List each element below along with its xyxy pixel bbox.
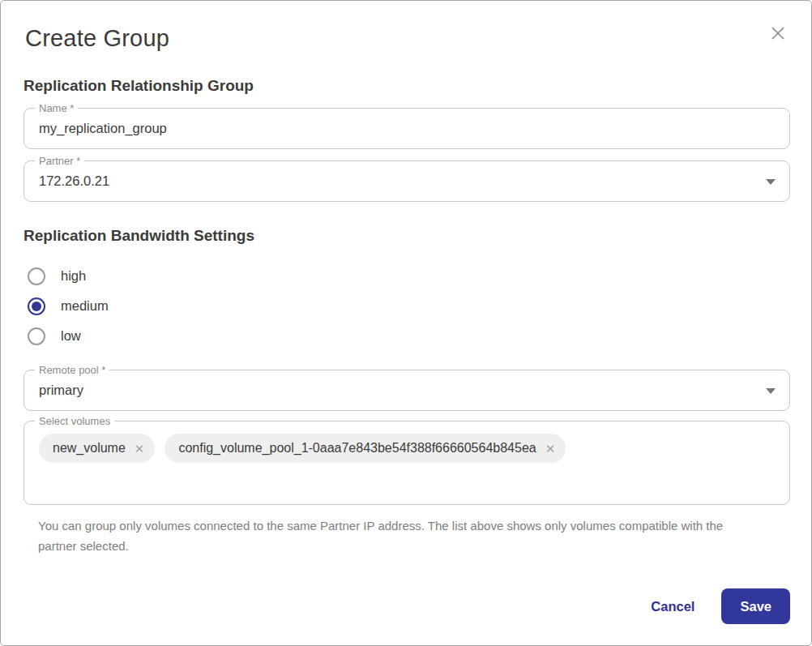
radio-option-low[interactable]: low	[28, 321, 788, 351]
radio-label: high	[61, 268, 86, 284]
name-field[interactable]: Name * my_replication_group	[24, 108, 790, 149]
selected-volumes-list: new_volume ✕ config_volume_pool_1-0aaa7e…	[24, 421, 789, 463]
radio-icon	[28, 267, 45, 285]
close-icon: ✕	[545, 442, 556, 456]
page-title: Create Group	[25, 25, 788, 52]
caret-down-icon	[766, 179, 776, 185]
cancel-button[interactable]: Cancel	[651, 599, 694, 614]
name-field-value: my_replication_group	[39, 109, 167, 148]
select-volumes-field[interactable]: Select volumes new_volume ✕ config_volum…	[24, 421, 790, 505]
radio-icon	[28, 297, 45, 315]
section-heading-bandwidth-settings: Replication Bandwidth Settings	[24, 227, 788, 245]
partner-select-value: 172.26.0.21	[39, 161, 109, 201]
remote-pool-select[interactable]: Remote pool * primary	[24, 370, 790, 411]
radio-label: low	[61, 328, 81, 344]
select-volumes-label: Select volumes	[35, 414, 114, 428]
dialog-actions: Cancel Save	[651, 588, 790, 624]
volume-chip: config_volume_pool_1-0aaa7e843be54f388f6…	[165, 434, 566, 463]
radio-icon	[28, 327, 45, 345]
volume-chip: new_volume ✕	[39, 434, 155, 463]
remote-pool-select-value: primary	[39, 370, 83, 410]
chip-remove-button[interactable]: ✕	[545, 443, 556, 455]
volume-chip-label: config_volume_pool_1-0aaa7e843be54f388f6…	[178, 441, 536, 456]
partner-select[interactable]: Partner * 172.26.0.21	[24, 160, 790, 202]
volume-chip-label: new_volume	[53, 441, 126, 456]
save-button[interactable]: Save	[721, 588, 790, 624]
helper-text: You can group only volumes connected to …	[38, 516, 755, 556]
bandwidth-radio-group: high medium low	[24, 261, 788, 351]
caret-down-icon	[766, 388, 776, 394]
close-button[interactable]	[767, 23, 789, 45]
section-heading-replication-group: Replication Relationship Group	[24, 77, 788, 95]
radio-option-high[interactable]: high	[28, 261, 788, 291]
close-icon	[769, 24, 787, 45]
chip-remove-button[interactable]: ✕	[135, 443, 145, 455]
radio-label: medium	[61, 298, 109, 314]
close-icon: ✕	[135, 442, 145, 456]
create-group-dialog: Create Group Replication Relationship Gr…	[0, 0, 812, 646]
radio-option-medium[interactable]: medium	[28, 291, 788, 321]
